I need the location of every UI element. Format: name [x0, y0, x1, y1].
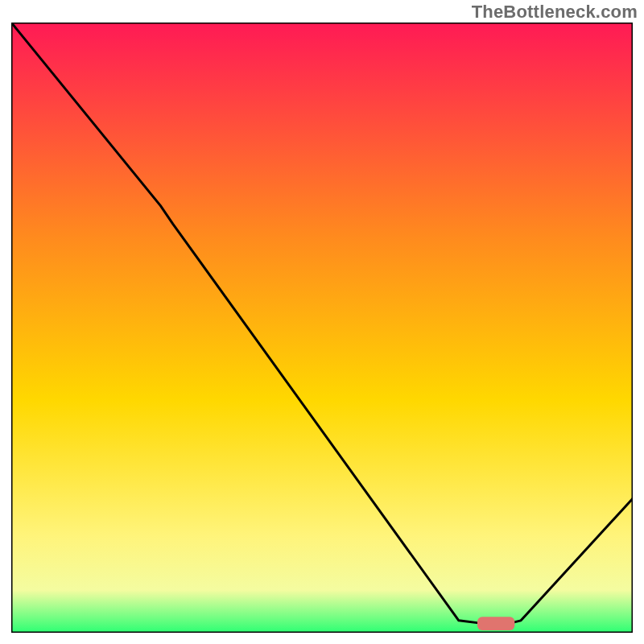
watermark-text: TheBottleneck.com — [472, 2, 638, 23]
chart-background — [11, 23, 633, 633]
chart-svg — [11, 23, 633, 633]
chart-plot — [11, 23, 633, 633]
optimal-zone-marker — [477, 617, 514, 630]
chart-stage: TheBottleneck.com — [0, 0, 644, 644]
